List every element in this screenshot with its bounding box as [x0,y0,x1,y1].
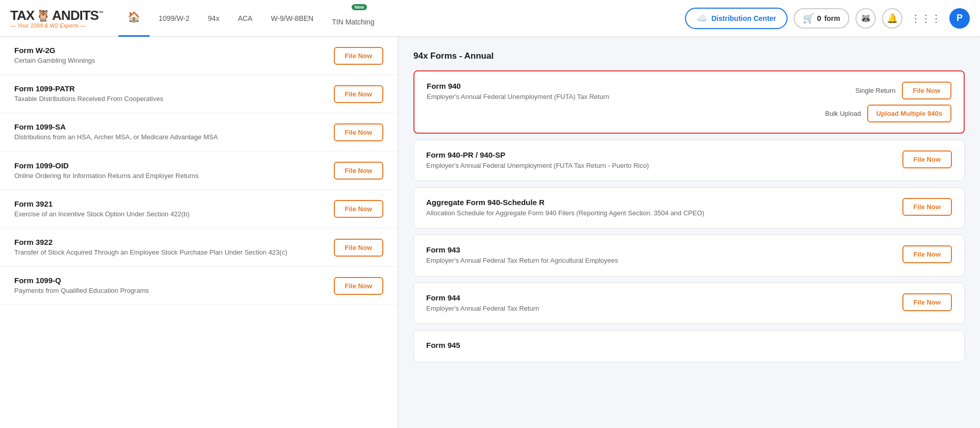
nav-item-home[interactable]: 🏠 [118,0,150,37]
form-name: Form 1099-OID [14,161,324,170]
form-card-desc: Employer's Annual Federal Unemployment (… [427,92,825,102]
form-card-right: File Now [902,150,952,168]
logo-text-andits: ANDITS™ [52,8,103,23]
file-now-button[interactable]: File Now [334,239,383,257]
file-now-button[interactable]: File Now [902,150,952,168]
file-now-button[interactable]: File Now [334,85,383,103]
card-actions: Single Return File Now Bulk Upload Uploa… [825,82,951,122]
form-row: Form 1099-OID Online Ordering for Inform… [0,152,398,190]
form-desc: Online Ordering for Information Returns … [14,171,324,181]
bell-icon: 🔔 [887,13,898,24]
header-actions: ☁️ Distribution Center 🛒 0 form 🦝 🔔 ⋮⋮⋮ … [685,8,970,29]
form-desc: Taxable Distributions Received From Coop… [14,94,324,104]
logo-tagline: — Your 1099 & W2 Experts — [10,22,86,29]
form-card-left: Form 940-PR / 940-SP Employer's Annual F… [426,150,902,170]
logo-owl-icon: 🦉 [36,9,50,22]
nav-label-tin: TIN Matching [332,18,374,26]
form-card-name: Form 945 [426,341,952,349]
form-card: Form 943 Employer's Annual Federal Tax R… [413,235,965,276]
form-name: Form 1099-SA [14,122,324,131]
form-card-body: Form 944 Employer's Annual Federal Tax R… [426,293,952,313]
notifications-button[interactable]: 🔔 [882,8,902,29]
form-card: Form 940-PR / 940-SP Employer's Annual F… [413,140,965,181]
form-card-name: Form 944 [426,293,902,302]
form-info: Form 1099-PATR Taxable Distributions Rec… [14,84,324,104]
file-now-button[interactable]: File Now [334,162,383,180]
cart-icon: 🛒 [803,13,814,24]
form-card-name: Form 940 [427,82,825,90]
form-info: Form W-2G Certain Gambling Winnings [14,46,324,65]
account-icon-button[interactable]: 🦝 [855,8,876,29]
form-card-left: Form 940 Employer's Annual Federal Unemp… [427,82,825,102]
form-card-right: File Now [902,293,952,311]
file-now-button[interactable]: File Now [902,198,952,216]
form-row: Form 3921 Exercise of an Incentive Stock… [0,190,398,229]
form-card: Aggregate Form 940-Schedule R Allocation… [413,187,965,229]
main-nav: 🏠 1099/W-2 94x ACA W-9/W-8BEN New TIN Ma… [118,0,685,37]
logo-top: TAX 🦉 ANDITS™ [10,8,103,23]
nav-item-aca[interactable]: ACA [229,0,262,37]
single-return-row: Single Return File Now [855,82,951,99]
apps-grid-button[interactable]: ⋮⋮⋮ [909,10,943,27]
form-desc: Transfer of Stock Acquired Through an Em… [14,248,324,257]
cart-label: form [824,14,840,22]
file-now-button[interactable]: File Now [902,245,952,263]
form-card-name: Form 943 [426,245,902,254]
distribution-center-button[interactable]: ☁️ Distribution Center [685,8,788,29]
logo-area: TAX 🦉 ANDITS™ — Your 1099 & W2 Experts — [10,8,103,29]
nav-label-1099w2: 1099/W-2 [159,14,189,22]
form-card-name: Form 940-PR / 940-SP [426,150,902,159]
form-card: Form 940 Employer's Annual Federal Unemp… [413,70,965,134]
form-card-left: Form 944 Employer's Annual Federal Tax R… [426,293,902,313]
section-title: 94x Forms - Annual [413,51,965,61]
form-info: Form 1099-OID Online Ordering for Inform… [14,161,324,181]
avatar-letter: P [957,13,963,23]
form-card-desc: Allocation Schedule for Aggregate Form 9… [426,209,902,218]
nav-item-1099w2[interactable]: 1099/W-2 [150,0,199,37]
file-now-button[interactable]: File Now [334,47,383,65]
form-card: Form 944 Employer's Annual Federal Tax R… [413,283,965,324]
upload-multiple-button[interactable]: Upload Multiple 940s [867,105,951,122]
form-name: Form 3922 [14,238,324,246]
form-card-body: Form 940 Employer's Annual Federal Unemp… [427,82,951,122]
file-now-button[interactable]: File Now [334,200,383,218]
nav-item-tin[interactable]: New TIN Matching [323,0,383,37]
form-card-desc: Employer's Annual Federal Unemployment (… [426,161,902,170]
nav-label-aca: ACA [238,14,253,22]
file-now-button[interactable]: File Now [334,123,383,141]
form-card-desc: Employer's Annual Federal Tax Return for… [426,256,902,265]
file-now-button[interactable]: File Now [902,82,951,99]
form-info: Form 3921 Exercise of an Incentive Stock… [14,199,324,219]
form-row: Form W-2G Certain Gambling Winnings File… [0,37,398,75]
form-info: Form 1099-SA Distributions from an HSA, … [14,122,324,142]
form-info: Form 1099-Q Payments from Qualified Educ… [14,276,324,295]
form-row: Form 1099-Q Payments from Qualified Educ… [0,267,398,305]
nav-item-94x[interactable]: 94x [199,0,229,37]
file-now-button[interactable]: File Now [334,277,383,295]
nav-label-94x: 94x [208,14,219,22]
file-now-button[interactable]: File Now [902,293,952,311]
form-row: Form 1099-SA Distributions from an HSA, … [0,113,398,152]
form-card-body: Aggregate Form 940-Schedule R Allocation… [426,198,952,218]
cart-count: 0 [817,14,821,22]
nav-item-w9[interactable]: W-9/W-8BEN [262,0,323,37]
single-return-label: Single Return [855,87,896,94]
form-card: Form 945 [413,330,965,362]
form-name: Form W-2G [14,46,324,55]
form-row: Form 1099-PATR Taxable Distributions Rec… [0,75,398,113]
cart-button[interactable]: 🛒 0 form [794,8,849,29]
user-avatar-button[interactable]: P [949,8,970,29]
form-card-name: Aggregate Form 940-Schedule R [426,198,902,207]
bulk-upload-row: Bulk Upload Upload Multiple 940s [825,105,951,122]
bulk-upload-label: Bulk Upload [825,110,861,117]
form-card-body: Form 943 Employer's Annual Federal Tax R… [426,245,952,265]
main-content: Form W-2G Certain Gambling Winnings File… [0,37,980,428]
logo-text-tax: TAX [10,8,34,23]
form-row: Form 3922 Transfer of Stock Acquired Thr… [0,229,398,267]
form-card-left: Form 943 Employer's Annual Federal Tax R… [426,245,902,265]
form-card-right: File Now [902,245,952,263]
form-card-desc: Employer's Annual Federal Tax Return [426,304,902,313]
left-panel: Form W-2G Certain Gambling Winnings File… [0,37,398,428]
form-name: Form 1099-Q [14,276,324,285]
home-icon: 🏠 [128,11,140,23]
